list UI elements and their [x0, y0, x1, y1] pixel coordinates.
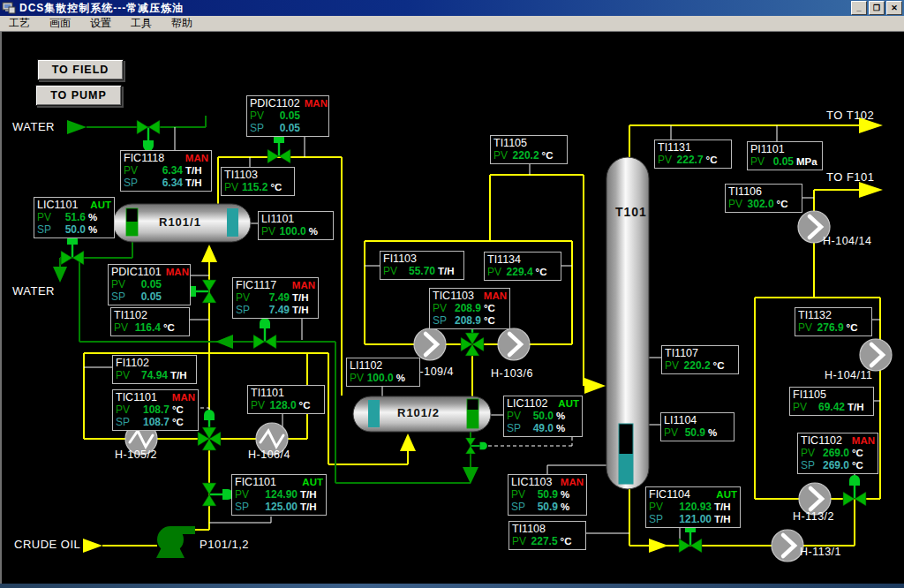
row-value: 269.0 [820, 447, 852, 459]
instrument-TI1103[interactable]: TI1103PV115.2°C [221, 167, 295, 196]
instrument-row: PV229.4°C [487, 266, 558, 278]
menu-item-3[interactable]: 工具 [131, 16, 152, 31]
instrument-row: PV124.90T/H [235, 488, 323, 501]
row-label: PV [250, 109, 269, 122]
instrument-PI1101[interactable]: PI1101PV0.05MPa [747, 141, 823, 170]
close-button[interactable]: ✕ [886, 1, 902, 15]
dcs-main-screen: WATER WATER CRUDE OIL TO T102 TO F101 R1… [0, 0, 904, 588]
instrument-mode-badge: MAN [305, 97, 328, 109]
row-value: 276.9 [817, 321, 847, 334]
row-label: PV [251, 399, 270, 411]
to-field-button[interactable]: TO FIELD [37, 59, 124, 80]
instrument-LIC1103[interactable]: LIC1103MANPV50.9%SP50.9% [508, 474, 587, 516]
instrument-FIC1118[interactable]: FIC1118MANPV6.34T/HSP6.34T/H [120, 150, 212, 192]
row-label: PV [236, 291, 255, 304]
row-label: PV [493, 149, 513, 162]
instrument-LI1102[interactable]: LI1102PV100.0% [346, 358, 420, 387]
row-value: 120.93 [668, 501, 714, 513]
instrument-TI1101[interactable]: TI1101PV128.0°C [247, 385, 325, 414]
exchanger-H-103-6 [498, 328, 530, 360]
instrument-TI1105[interactable]: TI1105PV220.2°C [490, 135, 568, 164]
menu-item-0[interactable]: 工艺 [9, 16, 30, 31]
instrument-tag: PDIC1101 [111, 266, 162, 278]
r101-2-drain-arrow [463, 467, 478, 484]
row-unit: % [561, 501, 584, 513]
instrument-tag: LI1104 [664, 414, 697, 426]
row-value: 74.94 [135, 369, 170, 381]
instrument-FIC1101[interactable]: FIC1101AUTPV124.90T/HSP125.00T/H [231, 474, 327, 516]
instrument-TIC1103[interactable]: TIC1103MANPV208.9°CSP208.9°C [429, 288, 510, 329]
label-h103-6: H-103/6 [491, 367, 533, 380]
row-value: 229.4 [507, 266, 536, 278]
row-label: SP [649, 513, 668, 525]
instrument-TI1106[interactable]: TI1106PV302.0°C [725, 184, 802, 213]
row-value: 125.00 [254, 501, 300, 513]
row-unit: °C [542, 149, 564, 162]
water-inlet-arrow [67, 120, 87, 134]
row-unit: °C [536, 266, 558, 278]
instrument-TIC1101[interactable]: TIC1101MANPV108.7°CSP108.7°C [112, 389, 199, 431]
instrument-mode-badge: MAN [185, 152, 208, 164]
instrument-TI1134[interactable]: TI1134PV229.4°C [484, 252, 561, 281]
r101-1-feed-arrow [201, 245, 217, 262]
minimize-button[interactable]: _ [851, 1, 867, 15]
row-value: 6.34 [143, 164, 185, 177]
instrument-tag: TI1107 [665, 347, 698, 359]
instrument-tag: FIC1117 [236, 279, 276, 291]
instrument-TIC1102[interactable]: TIC1102MANPV269.0°CSP269.0°C [797, 433, 878, 474]
row-unit: °C [706, 154, 728, 166]
row-value: 222.7 [677, 154, 706, 166]
row-value: 51.6 [56, 211, 88, 223]
row-label: SP [250, 122, 269, 134]
valve-LIC1101[interactable] [61, 234, 84, 265]
row-value: 220.2 [684, 359, 713, 372]
row-unit: T/H [185, 164, 208, 177]
to-pump-button[interactable]: TO PUMP [35, 85, 122, 106]
instrument-row: PV0.05 [250, 109, 326, 122]
row-label: SP [236, 304, 255, 316]
instrument-FIC1117[interactable]: FIC1117MANPV7.49T/HSP7.49T/H [232, 277, 319, 319]
menu-item-4[interactable]: 帮助 [171, 16, 192, 31]
instrument-mode-badge: MAN [172, 391, 195, 403]
valve-PDIC1102[interactable] [267, 132, 290, 163]
label-h105-2: H-105/2 [115, 449, 157, 461]
row-label: SP [507, 422, 526, 434]
instrument-PDIC1101[interactable]: PDIC1101MANPV0.05SP0.05 [108, 264, 191, 305]
menu-item-1[interactable]: 画面 [49, 16, 71, 31]
window-titlebar[interactable]: DCS集散控制系统---常减压炼油 _❐✕ [0, 0, 904, 16]
restore-button[interactable]: ❐ [869, 1, 885, 15]
instrument-FI1103[interactable]: FI1103PV55.70T/H [380, 251, 464, 280]
instrument-LIC1102[interactable]: LIC1102AUTPV50.0%SP49.0% [503, 396, 583, 437]
instrument-tag: FIC1118 [124, 152, 164, 164]
instrument-LIC1101[interactable]: LIC1101AUTPV51.6%SP50.0% [34, 197, 115, 238]
valve-FIC1101[interactable] [202, 483, 233, 506]
valve-FIC1118[interactable] [137, 120, 160, 151]
instrument-tag: TI1132 [798, 309, 832, 321]
instrument-row: PV115.2°C [224, 181, 291, 193]
instrument-FI1105[interactable]: FI1105PV69.42T/H [789, 387, 874, 416]
instrument-FI1102[interactable]: FI1102PV74.94T/H [112, 355, 197, 384]
boot-band [227, 208, 238, 237]
instrument-TI1131[interactable]: TI1131PV222.7°C [654, 139, 732, 169]
instrument-row: PV220.2°C [665, 359, 735, 372]
instrument-TI1107[interactable]: TI1107PV220.2°C [661, 345, 739, 374]
bottoms-arrow [649, 539, 668, 553]
valve-TIC1101[interactable] [198, 410, 221, 450]
menu-item-2[interactable]: 设置 [90, 16, 111, 31]
instrument-TI1132[interactable]: TI1132PV276.9°C [795, 307, 872, 336]
instrument-LI1101[interactable]: LI1101PV100.0% [258, 211, 334, 240]
instrument-FIC1104[interactable]: FIC1104AUTPV120.93T/HSP121.00T/H [645, 486, 741, 528]
row-value: 100.0 [367, 372, 396, 384]
valve-LIC1102[interactable] [465, 438, 487, 454]
label-pump-p101: P101/1,2 [200, 538, 249, 551]
instrument-TI1108[interactable]: TI1108PV227.5°C [508, 521, 586, 550]
row-value: 220.2 [513, 149, 542, 162]
row-unit: % [561, 488, 584, 501]
instrument-TI1102[interactable]: TI1102PV116.4°C [110, 307, 190, 336]
row-unit: °C [847, 321, 869, 334]
instrument-PDIC1102[interactable]: PDIC1102MANPV0.05SP0.05 [246, 95, 329, 137]
instrument-LI1104[interactable]: LI1104PV50.9% [660, 412, 734, 441]
instrument-tag: TIC1103 [433, 290, 474, 302]
instrument-row: PV50.0% [507, 410, 579, 422]
valve-FIC1117[interactable] [253, 318, 276, 349]
